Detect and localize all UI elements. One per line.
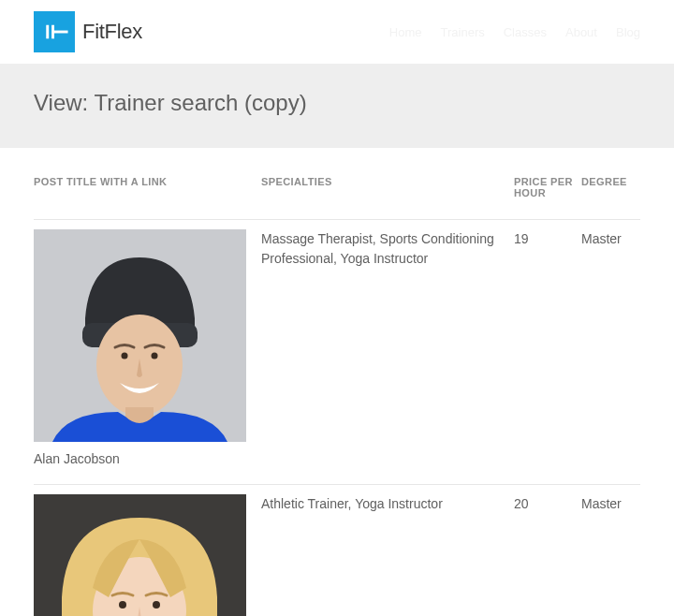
table-row: Alan Jacobson Massage Therapist, Sports …	[34, 220, 640, 485]
content: POST TITLE WITH A LINK SPECIALTIES PRICE…	[0, 148, 674, 616]
sep: ,	[373, 231, 380, 246]
logo[interactable]: FitFlex	[34, 11, 142, 52]
trainer-photo[interactable]	[34, 229, 246, 442]
nav-item[interactable]: Blog	[616, 25, 640, 39]
svg-point-6	[122, 353, 128, 359]
svg-rect-2	[54, 31, 68, 34]
top-nav: Home Trainers Classes About Blog	[389, 25, 640, 39]
specialty-link[interactable]: Athletic Trainer	[261, 496, 348, 511]
trainer-name-link[interactable]: Alan Jacobson	[34, 451, 120, 466]
nav-item[interactable]: Home	[389, 25, 422, 39]
cell-degree: Master	[581, 485, 640, 617]
cell-title: Alan Jacobson	[34, 220, 261, 485]
svg-rect-1	[51, 25, 54, 39]
trainer-photo[interactable]	[34, 494, 246, 616]
nav-item[interactable]: Trainers	[441, 25, 485, 39]
trainer-name: Alan Jacobson	[34, 449, 254, 469]
page-title-band: View: Trainer search (copy)	[0, 64, 674, 148]
table-row: Athletic Trainer, Yoga Instructor 20 Mas…	[34, 485, 640, 617]
sep: ,	[333, 251, 341, 266]
th-title: POST TITLE WITH A LINK	[34, 176, 261, 220]
nav-item[interactable]: Classes	[504, 25, 547, 39]
trainer-table: POST TITLE WITH A LINK SPECIALTIES PRICE…	[34, 176, 640, 616]
specialty-link[interactable]: Massage Therapist	[261, 231, 373, 246]
th-specialties: SPECIALTIES	[261, 176, 514, 220]
specialty-link[interactable]: Yoga Instructor	[355, 496, 443, 511]
page-title: View: Trainer search (copy)	[34, 90, 640, 116]
sep: ,	[348, 496, 356, 511]
table-header-row: POST TITLE WITH A LINK SPECIALTIES PRICE…	[34, 176, 640, 220]
cell-title	[34, 485, 261, 617]
svg-point-12	[153, 601, 160, 609]
th-degree: DEGREE	[581, 176, 640, 220]
topbar: FitFlex Home Trainers Classes About Blog	[0, 0, 674, 64]
logo-mark-icon	[34, 11, 75, 52]
th-price: PRICE PER HOUR	[514, 176, 581, 220]
svg-rect-0	[46, 25, 49, 39]
cell-specialties: Massage Therapist, Sports Conditioning P…	[261, 220, 514, 485]
specialty-link[interactable]: Yoga Instructor	[341, 251, 429, 266]
svg-point-11	[119, 601, 126, 609]
cell-degree: Master	[581, 220, 640, 485]
cell-specialties: Athletic Trainer, Yoga Instructor	[261, 485, 514, 617]
svg-point-7	[152, 353, 158, 359]
cell-price: 19	[514, 220, 581, 485]
nav-item[interactable]: About	[565, 25, 597, 39]
cell-price: 20	[514, 485, 581, 617]
logo-text: FitFlex	[82, 20, 142, 44]
